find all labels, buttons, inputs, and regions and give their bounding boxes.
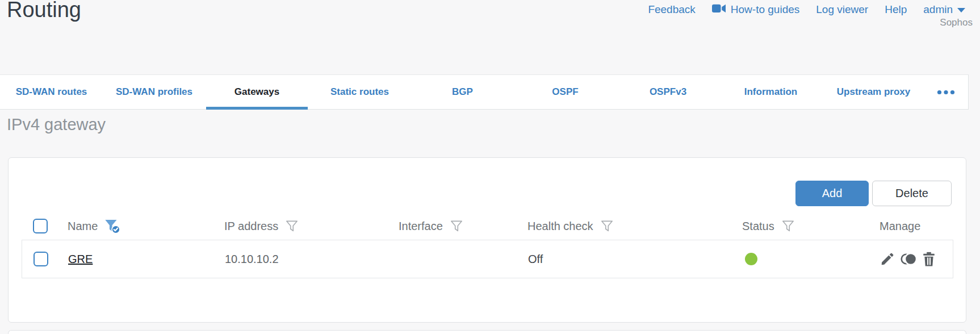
log-viewer-label: Log viewer	[816, 3, 868, 16]
add-button[interactable]: Add	[795, 181, 869, 206]
column-header-status: Status	[742, 220, 774, 233]
chevron-down-icon	[957, 8, 965, 12]
howto-guides-label: How-to guides	[731, 3, 799, 16]
section-heading: IPv4 gateway	[7, 115, 106, 134]
tab-upstream-proxy[interactable]: Upstream proxy	[822, 75, 925, 109]
user-menu-label: admin	[923, 3, 953, 16]
feedback-label: Feedback	[648, 3, 695, 16]
ellipsis-icon	[937, 87, 955, 97]
video-camera-icon	[712, 3, 726, 16]
help-label: Help	[885, 3, 907, 16]
table-row: GRE 10.10.10.2 Off	[22, 240, 953, 278]
table-header: Name IP address Interface Health check	[22, 213, 953, 239]
log-viewer-link[interactable]: Log viewer	[816, 3, 868, 16]
help-link[interactable]: Help	[885, 3, 907, 16]
filter-active-icon[interactable]	[104, 218, 121, 234]
page-title: Routing	[7, 0, 81, 22]
gateway-health-check: Off	[528, 253, 543, 266]
tab-ospf[interactable]: OSPF	[514, 75, 617, 109]
tab-gateways[interactable]: Gateways	[206, 75, 308, 109]
trash-icon[interactable]	[922, 252, 936, 266]
routing-tab-bar: SD-WAN routes SD-WAN profiles Gateways S…	[0, 74, 969, 110]
column-header-manage: Manage	[880, 220, 920, 233]
user-menu[interactable]: admin	[923, 3, 965, 16]
filter-icon[interactable]	[600, 219, 614, 233]
tab-sdwan-profiles[interactable]: SD-WAN profiles	[103, 75, 206, 109]
tab-static-routes[interactable]: Static routes	[308, 75, 411, 109]
column-header-health-check: Health check	[527, 220, 593, 233]
tab-information[interactable]: Information	[719, 75, 822, 109]
column-header-interface: Interface	[399, 220, 443, 233]
filter-icon[interactable]	[284, 219, 299, 233]
next-section-card-edge	[8, 330, 966, 334]
delete-button[interactable]: Delete	[872, 181, 952, 206]
manage-actions	[876, 252, 953, 266]
tab-bgp[interactable]: BGP	[411, 75, 514, 109]
row-checkbox[interactable]	[33, 252, 48, 266]
column-header-ip-address: IP address	[224, 220, 278, 233]
howto-guides-link[interactable]: How-to guides	[712, 3, 799, 16]
tab-ospfv3[interactable]: OSPFv3	[617, 75, 719, 109]
gateway-name-link[interactable]: GRE	[68, 253, 93, 266]
clone-icon[interactable]	[900, 252, 917, 266]
feedback-link[interactable]: Feedback	[648, 3, 695, 16]
gateway-ip-address: 10.10.10.2	[225, 253, 279, 266]
column-header-name: Name	[68, 220, 98, 233]
top-navigation: Feedback How-to guides Log viewer Help a…	[648, 3, 965, 16]
ipv4-gateway-card: Add Delete Name IP address Interface	[8, 157, 966, 323]
more-tabs-button[interactable]	[925, 75, 966, 109]
table-toolbar: Add Delete	[795, 181, 952, 206]
filter-icon[interactable]	[449, 219, 464, 233]
brand-label: Sophos	[940, 17, 973, 28]
edit-pencil-icon[interactable]	[880, 252, 895, 266]
filter-icon[interactable]	[781, 219, 795, 233]
status-green-dot	[745, 253, 757, 265]
tab-sdwan-routes[interactable]: SD-WAN routes	[0, 75, 103, 109]
select-all-checkbox[interactable]	[33, 219, 48, 233]
